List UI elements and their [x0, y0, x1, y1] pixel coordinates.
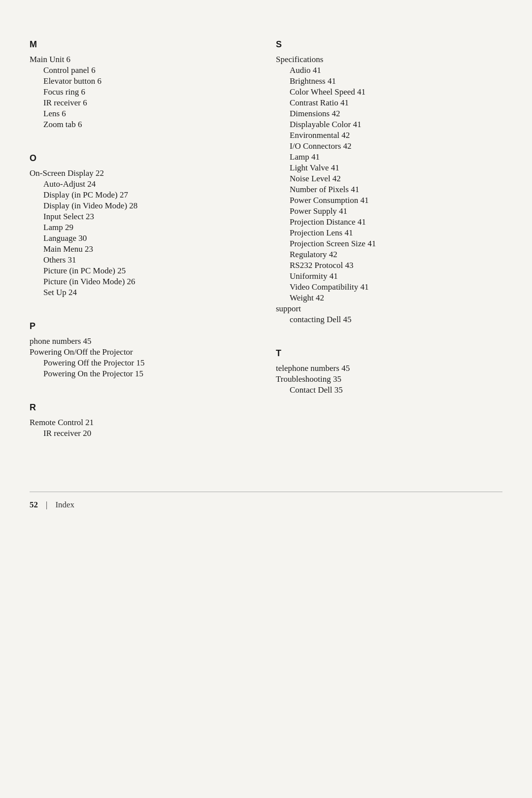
index-entry: Remote Control 21: [30, 418, 256, 428]
index-entry: Lamp 41: [276, 152, 502, 162]
section-letter: M: [30, 39, 256, 50]
index-entry: Set Up 24: [30, 288, 256, 298]
index-entry: Powering On the Projector 15: [30, 369, 256, 379]
index-section-s: SSpecificationsAudio 41Brightness 41Colo…: [276, 39, 502, 325]
index-entry: I/O Connectors 42: [276, 141, 502, 151]
index-entry: Video Compatibility 41: [276, 282, 502, 292]
index-entry: RS232 Protocol 43: [276, 261, 502, 270]
index-entry: Projection Lens 41: [276, 228, 502, 238]
index-section-o: OOn-Screen Display 22Auto-Adjust 24Displ…: [30, 153, 256, 298]
index-entry: Contact Dell 35: [276, 385, 502, 395]
index-entry: Picture (in Video Mode) 26: [30, 277, 256, 287]
right-column: SSpecificationsAudio 41Brightness 41Colo…: [276, 39, 502, 462]
index-entry: Focus ring 6: [30, 87, 256, 97]
index-entry: Dimensions 42: [276, 109, 502, 119]
index-entry: Display (in PC Mode) 27: [30, 190, 256, 200]
index-entry: Audio 41: [276, 66, 502, 75]
index-entry: telephone numbers 45: [276, 364, 502, 373]
section-letter: P: [30, 321, 256, 332]
section-letter: T: [276, 348, 502, 359]
footer-separator: |: [46, 500, 47, 510]
index-entry: Projection Distance 41: [276, 217, 502, 227]
index-entry: Color Wheel Speed 41: [276, 87, 502, 97]
index-entry: Troubleshooting 35: [276, 374, 502, 384]
index-entry: Lamp 29: [30, 223, 256, 233]
index-section-t: Ttelephone numbers 45Troubleshooting 35C…: [276, 348, 502, 395]
index-entry: Power Supply 41: [276, 206, 502, 216]
index-entry: Brightness 41: [276, 76, 502, 86]
index-entry: Powering On/Off the Projector: [30, 347, 256, 357]
index-entry: Auto-Adjust 24: [30, 179, 256, 189]
index-section-r: RRemote Control 21IR receiver 20: [30, 402, 256, 438]
index-entry: Contrast Ratio 41: [276, 98, 502, 108]
index-entry: Noise Level 42: [276, 174, 502, 184]
index-entry: Input Select 23: [30, 212, 256, 222]
index-entry: IR receiver 6: [30, 98, 256, 108]
index-entry: Display (in Video Mode) 28: [30, 201, 256, 211]
index-entry: Lens 6: [30, 109, 256, 119]
index-entry: Specifications: [276, 55, 502, 65]
index-entry: Main Unit 6: [30, 55, 256, 65]
index-entry: Powering Off the Projector 15: [30, 358, 256, 368]
index-entry: Others 31: [30, 255, 256, 265]
index-entry: Regulatory 42: [276, 250, 502, 260]
index-entry: contacting Dell 45: [276, 315, 502, 325]
index-entry: Zoom tab 6: [30, 120, 256, 130]
index-entry: Displayable Color 41: [276, 120, 502, 130]
index-entry: Language 30: [30, 233, 256, 243]
section-letter: O: [30, 153, 256, 164]
footer: 52 | Index: [30, 492, 502, 510]
section-letter: S: [276, 39, 502, 50]
index-entry: Weight 42: [276, 293, 502, 303]
index-entry: On-Screen Display 22: [30, 168, 256, 178]
index-entry: Main Menu 23: [30, 244, 256, 254]
index-entry: phone numbers 45: [30, 336, 256, 346]
left-column: MMain Unit 6Control panel 6Elevator butt…: [30, 39, 256, 462]
index-entry: Power Consumption 41: [276, 196, 502, 205]
index-entry: Elevator button 6: [30, 76, 256, 86]
index-entry: Projection Screen Size 41: [276, 239, 502, 249]
index-entry: Environmental 42: [276, 131, 502, 140]
page-number: 52: [30, 500, 38, 510]
main-columns: MMain Unit 6Control panel 6Elevator butt…: [30, 39, 502, 462]
index-entry: Uniformity 41: [276, 271, 502, 281]
index-entry: Picture (in PC Mode) 25: [30, 266, 256, 276]
section-letter: R: [30, 402, 256, 413]
index-entry: IR receiver 20: [30, 429, 256, 438]
footer-index-label: Index: [55, 500, 74, 510]
index-section-m: MMain Unit 6Control panel 6Elevator butt…: [30, 39, 256, 130]
index-entry: support: [276, 304, 502, 314]
index-entry: Control panel 6: [30, 66, 256, 75]
index-section-p: Pphone numbers 45Powering On/Off the Pro…: [30, 321, 256, 379]
index-entry: Light Valve 41: [276, 163, 502, 173]
index-entry: Number of Pixels 41: [276, 185, 502, 195]
